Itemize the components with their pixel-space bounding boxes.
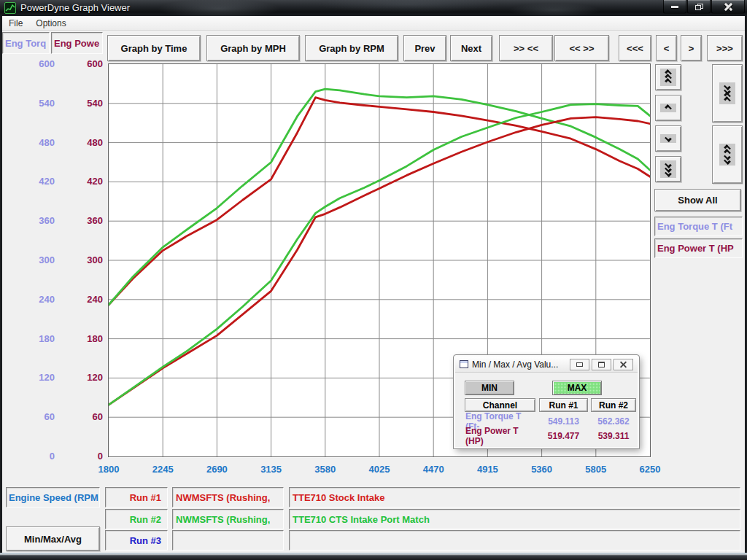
chevron-up-icon (660, 104, 676, 112)
rpm-axis-tick: 5360 (519, 464, 565, 475)
minmax-row-run1-value: 549.113 (539, 415, 588, 427)
scale-down-button[interactable] (655, 125, 681, 152)
max-toggle-button[interactable]: MAX (552, 381, 602, 395)
minmax-column-header-run-1[interactable]: Run #1 (539, 398, 588, 412)
x-channel-power-box[interactable]: Eng Powe (51, 32, 103, 54)
toolbar-button-[interactable]: >>> (707, 35, 743, 61)
title-bar[interactable]: PowerDyne Graph Viewer (0, 0, 747, 16)
dialog-restore-button[interactable] (592, 359, 611, 370)
scale-up-fast-button[interactable] (655, 64, 681, 90)
window-border-bottom[interactable] (0, 553, 747, 560)
torque-axis-tick: 480 (17, 137, 55, 149)
x-axis-channel-label: Engine Speed (RPM (9, 492, 98, 503)
dialog-minimize-button[interactable] (570, 359, 589, 370)
torque-axis-tick: 600 (17, 58, 55, 70)
minmax-row-run2-value: 539.311 (591, 429, 636, 442)
minmax-dialog-titlebar[interactable]: Min / Max / Avg Valu... (455, 357, 638, 373)
min-toggle-label: MIN (481, 383, 498, 393)
power-axis-tick: 360 (64, 215, 103, 227)
show-all-label: Show All (678, 195, 717, 206)
scale-up-button[interactable] (655, 95, 681, 121)
x-axis-channel-box[interactable]: Engine Speed (RPM (6, 487, 100, 508)
minmax-row-run2-value: 562.362 (591, 415, 636, 427)
scale-down-fast-button[interactable] (655, 156, 681, 182)
chevrons-inward-icon (719, 82, 735, 104)
toolbar-button-next[interactable]: Next (450, 35, 492, 61)
toolbar-button-[interactable]: <<< (619, 35, 651, 61)
torque-axis-tick: 0 (17, 451, 55, 462)
run-label-3[interactable]: Run #3 (105, 530, 168, 551)
menu-options[interactable]: Options (29, 17, 72, 30)
rpm-axis-tick: 3135 (248, 464, 295, 475)
minmax-column-header-channel[interactable]: Channel (465, 398, 535, 412)
torque-channel-label: Eng Torq (5, 38, 46, 49)
toolbar-button-[interactable]: << >> (554, 35, 609, 61)
close-icon (724, 3, 732, 11)
rpm-axis-tick: 6250 (627, 464, 673, 475)
rpm-axis-tick: 5805 (573, 464, 619, 475)
toolbar-button-graph-by-rpm[interactable]: Graph by RPM (305, 35, 398, 61)
y-channel-power-box[interactable]: Eng Power T (HP (654, 238, 743, 258)
minmax-row-channel: Eng Power T (HP) (465, 429, 535, 442)
run-file-2[interactable]: NWMSFTS (Rushing, (172, 509, 284, 529)
max-toggle-label: MAX (568, 383, 587, 393)
rpm-axis-tick: 1800 (85, 464, 132, 475)
power-axis-tick: 240 (64, 294, 103, 306)
torque-axis-tick: 300 (17, 254, 55, 266)
client-area: Eng Torq Eng Powe Graph by TimeGraph by … (2, 31, 745, 553)
run-description-3[interactable] (289, 530, 740, 551)
toolbar-button-[interactable]: > (681, 35, 702, 61)
window-controls (662, 0, 745, 14)
run-description-1[interactable]: TTE710 Stock Intake (289, 487, 740, 508)
range-expand-button[interactable] (712, 125, 743, 184)
dialog-close-icon (620, 362, 627, 368)
rpm-axis-tick: 4025 (356, 464, 403, 475)
triple-chevron-up-icon (660, 69, 676, 86)
torque-axis-tick: 180 (17, 333, 55, 345)
app-icon (4, 2, 16, 14)
rpm-axis-tick: 2245 (139, 464, 186, 475)
maximize-button[interactable] (687, 0, 711, 14)
run-file-1[interactable]: NWMSFTS (Rushing, (172, 487, 284, 508)
minimize-button[interactable] (663, 0, 686, 14)
rpm-axis-tick: 3580 (302, 464, 349, 475)
toolbar-button-prev[interactable]: Prev (403, 35, 446, 61)
run-file-3[interactable] (172, 530, 284, 551)
dialog-form-icon (460, 360, 468, 368)
power-axis-channel-label: Eng Power T (HP (657, 243, 734, 254)
toolbar-button-[interactable]: >> << (499, 35, 553, 61)
torque-axis-tick: 420 (17, 176, 55, 187)
menu-file[interactable]: File (2, 17, 29, 30)
power-axis-tick: 0 (64, 451, 103, 462)
run-label-1[interactable]: Run #1 (105, 487, 168, 508)
power-axis-tick: 600 (64, 58, 103, 70)
run-description-2[interactable]: TTE710 CTS Intake Port Match (289, 509, 740, 529)
run-label-2[interactable]: Run #2 (105, 509, 168, 529)
torque-axis-tick: 360 (17, 215, 55, 227)
menu-bar: FileOptions (2, 16, 745, 31)
triple-chevron-down-icon (660, 160, 676, 178)
minmaxavg-button[interactable]: Min/Max/Avg (6, 526, 100, 551)
minmax-column-header-run-2[interactable]: Run #2 (591, 398, 636, 412)
close-button[interactable] (711, 0, 745, 14)
minimize-icon (671, 6, 678, 8)
dialog-minimize-icon (576, 362, 583, 367)
torque-axis-tick: 60 (17, 411, 55, 423)
power-axis-tick: 480 (64, 137, 103, 149)
chevrons-outward-icon (719, 144, 735, 166)
x-channel-torque-box[interactable]: Eng Torq (2, 32, 50, 54)
torque-axis-channel-label: Eng Torque T (Ft (657, 221, 732, 232)
window-border-left (0, 16, 2, 553)
toolbar-button-graph-by-mph[interactable]: Graph by MPH (206, 35, 300, 61)
power-axis-tick: 540 (64, 98, 103, 109)
minmax-dialog[interactable]: Min / Max / Avg Valu... MIN MAX ChannelR… (454, 355, 639, 448)
show-all-button[interactable]: Show All (654, 189, 741, 211)
dialog-close-button[interactable] (614, 359, 633, 370)
power-axis-tick: 60 (64, 411, 103, 423)
y-channel-torque-box[interactable]: Eng Torque T (Ft (654, 217, 743, 236)
dialog-restore-icon (598, 362, 605, 368)
min-toggle-button[interactable]: MIN (465, 381, 514, 395)
toolbar-button-graph-by-time[interactable]: Graph by Time (107, 35, 201, 61)
range-compress-button[interactable] (712, 64, 743, 122)
toolbar-button-[interactable]: < (656, 35, 677, 61)
